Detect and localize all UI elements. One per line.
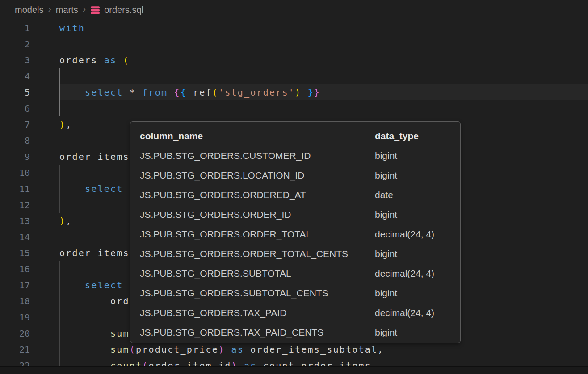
code-line[interactable]: 21 sum(product_price) as order_items_sub… (0, 341, 588, 357)
line-number[interactable]: 20 (0, 325, 30, 341)
popup-cell-data-type: bigint (375, 283, 397, 303)
line-number[interactable]: 6 (0, 100, 30, 116)
popup-cell-column-name: JS.PUB.STG_ORDERS.SUBTOTAL (140, 268, 291, 278)
popup-cell-data-type: bigint (375, 166, 397, 185)
code-line-text: ), (59, 116, 72, 133)
line-number[interactable]: 1 (0, 20, 30, 36)
popup-column-row: JS.PUB.STG_ORDERS.ORDER_TOTALdecimal(24,… (130, 224, 460, 244)
popup-cell-column-name: JS.PUB.STG_ORDERS.ORDER_TOTAL (140, 229, 311, 239)
popup-cell-data-type: decimal(24, 4) (375, 224, 434, 244)
popup-cell-column-name: JS.PUB.STG_ORDERS.TAX_PAID (140, 308, 286, 318)
indent-guide (59, 68, 60, 84)
popup-cell-data-type: date (375, 185, 393, 205)
popup-cell-column-name: JS.PUB.STG_ORDERS.ORDER_ID (140, 209, 291, 220)
breadcrumb-item-file[interactable]: orders.sql (104, 5, 143, 15)
popup-header-data-type: data_type (375, 126, 419, 146)
popup-cell-column-name: JS.PUB.STG_ORDERS.ORDER_TOTAL_CENTS (140, 249, 348, 259)
code-line[interactable]: 5 select * from {{ ref('stg_orders') }} (0, 84, 588, 100)
line-number[interactable]: 21 (0, 341, 30, 357)
popup-column-row: JS.PUB.STG_ORDERS.SUBTOTAL_CENTSbigint (130, 283, 460, 303)
code-line-text: ord (59, 293, 130, 309)
code-line[interactable]: 22 count(order_item_id) as count_order_i… (0, 357, 588, 366)
code-line[interactable]: 1with (0, 20, 588, 36)
code-line-text: select (59, 277, 123, 293)
line-number[interactable]: 22 (0, 357, 30, 366)
indent-guide (59, 100, 60, 116)
popup-column-row: JS.PUB.STG_ORDERS.TAX_PAID_CENTSbigint (130, 323, 460, 342)
indent-guide (59, 309, 60, 325)
popup-column-row: JS.PUB.STG_ORDERS.SUBTOTALdecimal(24, 4) (130, 264, 460, 283)
code-line[interactable]: 2 (0, 36, 588, 52)
line-number[interactable]: 18 (0, 293, 30, 309)
popup-column-row: JS.PUB.STG_ORDERS.TAX_PAIDdecimal(24, 4) (130, 303, 460, 323)
line-number[interactable]: 5 (0, 84, 30, 100)
popup-cell-data-type: bigint (375, 146, 397, 166)
popup-cell-data-type: decimal(24, 4) (375, 264, 434, 283)
indent-guide (59, 165, 60, 181)
breadcrumb-item-marts[interactable]: marts (56, 5, 78, 15)
code-line-text: ), (59, 213, 72, 229)
popup-header-row: column_namedata_type (130, 126, 460, 146)
popup-cell-data-type: decimal(24, 4) (375, 303, 434, 323)
popup-cell-column-name: JS.PUB.STG_ORDERS.SUBTOTAL_CENTS (140, 288, 328, 298)
line-number[interactable]: 17 (0, 277, 30, 293)
indent-guide (85, 309, 85, 325)
line-number[interactable]: 7 (0, 116, 30, 133)
popup-column-row: JS.PUB.STG_ORDERS.ORDER_TOTAL_CENTSbigin… (130, 244, 460, 264)
popup-column-row: JS.PUB.STG_ORDERS.ORDERED_ATdate (130, 185, 460, 205)
line-number[interactable]: 15 (0, 245, 30, 261)
popup-cell-data-type: bigint (375, 244, 397, 264)
code-line-text: with (59, 20, 85, 36)
line-number[interactable]: 2 (0, 36, 30, 52)
code-line-text: select (59, 181, 123, 197)
line-number[interactable]: 16 (0, 261, 30, 277)
line-number[interactable]: 4 (0, 68, 30, 84)
popup-header-column-name: column_name (140, 131, 203, 141)
code-line-text: orders as ( (59, 52, 130, 68)
popup-cell-column-name: JS.PUB.STG_ORDERS.LOCATION_ID (140, 170, 304, 180)
database-icon (90, 5, 100, 15)
code-line-text: order_items (59, 149, 130, 165)
popup-cell-data-type: bigint (375, 323, 397, 342)
popup-cell-column-name: JS.PUB.STG_ORDERS.CUSTOMER_ID (140, 150, 311, 161)
chevron-right-icon: › (47, 4, 51, 16)
line-number[interactable]: 13 (0, 213, 30, 229)
line-number[interactable]: 12 (0, 197, 30, 213)
popup-cell-column-name: JS.PUB.STG_ORDERS.TAX_PAID_CENTS (140, 327, 323, 337)
code-editor[interactable]: 1with23orders as (45 select * from {{ re… (0, 20, 588, 366)
code-line-text: sum(product_price) as order_items_subtot… (59, 341, 384, 357)
code-line[interactable]: 6 (0, 100, 588, 116)
code-line[interactable]: 4 (0, 68, 588, 84)
breadcrumb: models › marts › orders.sql (0, 0, 588, 20)
line-number[interactable]: 14 (0, 229, 30, 245)
bottom-panel-divider (0, 366, 588, 374)
popup-cell-column-name: JS.PUB.STG_ORDERS.ORDERED_AT (140, 190, 306, 200)
line-number[interactable]: 9 (0, 149, 30, 165)
code-line[interactable]: 3orders as ( (0, 52, 588, 68)
breadcrumb-item-models[interactable]: models (15, 5, 43, 15)
line-number[interactable]: 8 (0, 133, 30, 149)
popup-column-row: JS.PUB.STG_ORDERS.ORDER_IDbigint (130, 205, 460, 224)
line-number[interactable]: 10 (0, 165, 30, 181)
column-info-hover-popup: column_namedata_typeJS.PUB.STG_ORDERS.CU… (130, 121, 461, 343)
chevron-right-icon: › (82, 4, 86, 16)
line-number[interactable]: 3 (0, 52, 30, 68)
line-number[interactable]: 11 (0, 181, 30, 197)
popup-cell-data-type: bigint (375, 205, 397, 224)
line-number[interactable]: 19 (0, 309, 30, 325)
popup-column-row: JS.PUB.STG_ORDERS.LOCATION_IDbigint (130, 166, 460, 185)
indent-guide (59, 197, 60, 213)
code-line-text: select * from {{ ref('stg_orders') }} (59, 84, 320, 100)
code-line-text: count(order_item_id) as count_order_item… (59, 357, 371, 366)
indent-guide (59, 261, 60, 277)
code-line-text: order_items (59, 245, 130, 261)
popup-column-row: JS.PUB.STG_ORDERS.CUSTOMER_IDbigint (130, 146, 460, 166)
